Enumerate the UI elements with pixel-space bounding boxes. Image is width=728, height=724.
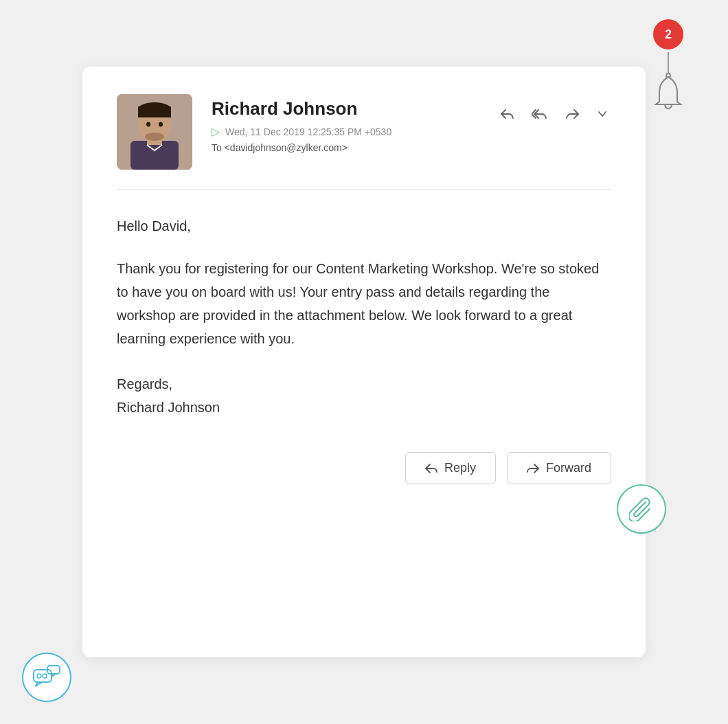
email-content: Thank you for registering for our Conten… [117,257,611,350]
svg-rect-2 [130,141,179,170]
reply-label: Reply [444,461,476,475]
more-options-button[interactable] [593,108,611,120]
page-container: 2 [0,0,728,724]
email-footer: Reply Forward [117,452,611,484]
reply-footer-button[interactable]: Reply [405,452,496,484]
svg-point-12 [43,674,47,678]
divider [117,189,611,190]
email-meta: ▷ Wed, 11 Dec 2019 12:25:35 PM +0530 [212,125,611,138]
svg-point-11 [37,674,41,678]
forward-footer-button[interactable]: Forward [507,452,611,484]
email-header: Richard Johnson [117,94,611,170]
flag-icon: ▷ [212,125,220,138]
email-body: Hello David, Thank you for registering f… [117,214,611,419]
avatar [117,94,192,170]
email-greeting: Hello David, [117,214,611,238]
forward-label: Forward [546,461,591,475]
sender-name: Richard Johnson [212,98,357,120]
notification-bell: 2 [650,19,687,113]
attachment-fab[interactable] [617,484,666,534]
email-actions [496,101,611,123]
team-chat-fab[interactable] [22,653,71,702]
sender-info: Richard Johnson [212,94,611,153]
svg-point-7 [145,133,164,141]
email-signature-line1: Regards, [117,372,611,396]
email-timestamp: Wed, 11 Dec 2019 12:25:35 PM +0530 [225,126,391,137]
reply-button[interactable] [496,105,518,123]
email-card: Richard Johnson [82,67,646,657]
forward-header-button[interactable] [562,105,584,123]
svg-point-8 [146,122,150,127]
bell-string [668,52,669,73]
svg-point-0 [666,73,670,78]
email-signature-line2: Richard Johnson [117,396,611,419]
svg-point-9 [159,122,163,127]
email-to: To <davidjohnson@zylker.com> [212,142,611,153]
svg-rect-6 [138,106,171,117]
bell-icon[interactable] [650,73,687,113]
notification-badge: 2 [653,19,683,49]
reply-all-button[interactable] [527,105,552,123]
